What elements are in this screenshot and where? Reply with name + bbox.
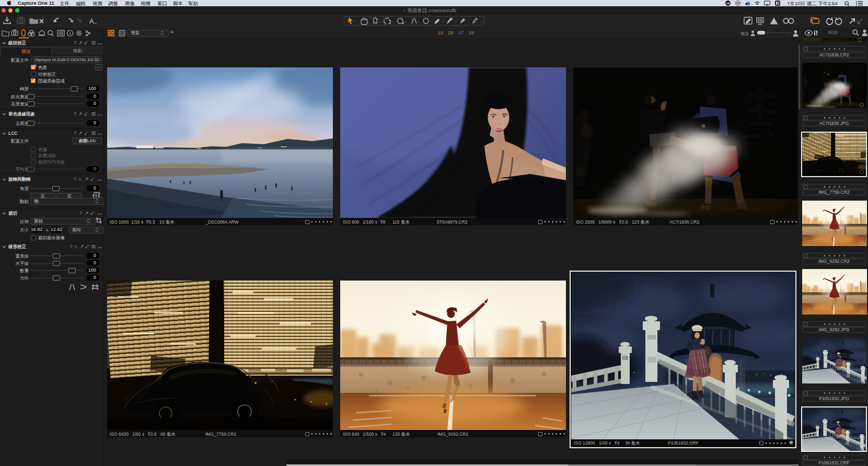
svg-text:?: ? [74,40,76,45]
svg-text:?: ? [74,177,76,182]
svg-text:?: ? [79,211,82,216]
svg-text:?: ? [70,244,73,249]
svg-text:A: A [74,244,77,249]
svg-text:?: ? [74,131,76,136]
svg-text:A: A [78,177,82,182]
svg-text:?: ? [74,111,76,116]
svg-text:!: ! [773,19,774,24]
svg-text:A: A [89,17,94,25]
svg-text:LINE: LINE [726,3,730,5]
